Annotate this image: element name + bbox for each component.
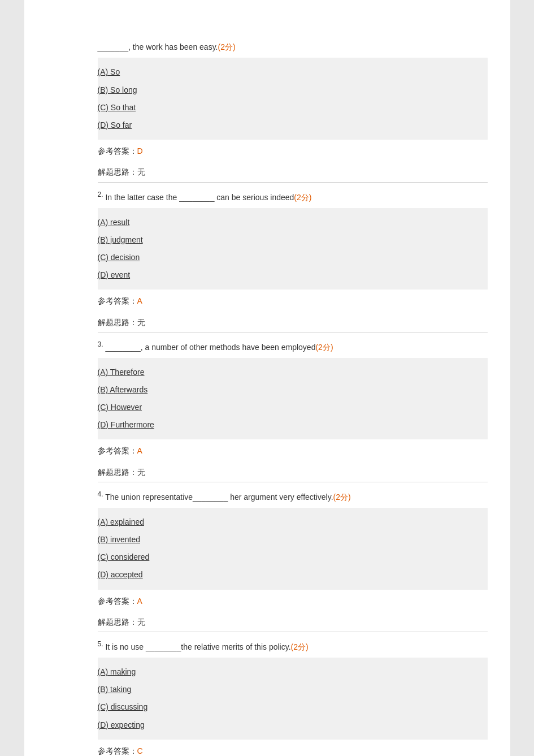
answer-value-1: D [137,146,143,155]
option-2-a[interactable]: (A) result [98,214,488,231]
option-3-a[interactable]: (A) Therefore [98,364,488,381]
answer-label-5: 参考答案： [98,746,137,755]
question-4-answer: 参考答案：A [98,590,488,611]
answer-label-3: 参考答案： [98,446,137,455]
solution-value-2: 无 [137,318,145,327]
answer-value-5: C [137,746,143,755]
question-4-solution: 解题思路：无 [98,611,488,632]
answer-value-3: A [137,446,142,455]
question-2-solution: 解题思路：无 [98,311,488,332]
option-4-a[interactable]: (A) explained [98,513,488,531]
answer-label-4: 参考答案： [98,597,137,606]
question-5-answer: 参考答案：C [98,740,488,756]
question-4-number: 4. [98,490,103,498]
question-2-options: (A) result (B) judgment (C) decision (D)… [98,208,488,290]
question-2-text: 2. In the latter case the ________ can b… [98,183,488,208]
question-3-number: 3. [98,340,103,348]
question-1-text: _______, the work has been easy.(2分) [98,34,488,58]
answer-value-2: A [137,296,142,305]
answer-label-1: 参考答案： [98,146,137,155]
solution-value-4: 无 [137,617,145,627]
question-1-solution: 解题思路：无 [98,161,488,182]
question-5-number: 5. [98,640,103,648]
main-page: _______, the work has been easy.(2分) (A)… [24,0,510,756]
answer-label-2: 参考答案： [98,296,137,305]
option-2-c[interactable]: (C) decision [98,249,488,266]
question-3-text: 3. ________, a number of other methods h… [98,332,488,358]
option-4-d[interactable]: (D) accepted [98,566,488,584]
question-4-text: 4. The union representative________ her … [98,482,488,508]
solution-value-1: 无 [137,167,145,176]
option-3-c[interactable]: (C) However [98,399,488,416]
question-2: 2. In the latter case the ________ can b… [98,183,488,332]
question-5-options: (A) making (B) taking (C) discussing (D)… [98,658,488,740]
option-2-d[interactable]: (D) event [98,266,488,284]
question-1-score: (2分) [218,42,236,51]
solution-label-3: 解题思路： [98,468,137,477]
question-3-options: (A) Therefore (B) Afterwards (C) However… [98,358,488,440]
solution-label-1: 解题思路： [98,167,137,176]
question-3: 3. ________, a number of other methods h… [98,332,488,482]
option-1-d[interactable]: (D) So far [98,116,488,134]
option-4-b[interactable]: (B) invented [98,531,488,548]
option-3-b[interactable]: (B) Afterwards [98,381,488,399]
question-1-answer: 参考答案：D [98,140,488,161]
option-5-d[interactable]: (D) expecting [98,716,488,734]
option-1-b[interactable]: (B) So long [98,81,488,99]
option-3-d[interactable]: (D) Furthermore [98,416,488,434]
question-3-solution: 解题思路：无 [98,461,488,482]
option-4-c[interactable]: (C) considered [98,548,488,566]
question-2-score: (2分) [294,192,311,201]
question-3-score: (2分) [315,342,333,351]
answer-value-4: A [137,597,142,606]
option-5-c[interactable]: (C) discussing [98,698,488,716]
question-3-answer: 参考答案：A [98,439,488,460]
option-5-b[interactable]: (B) taking [98,681,488,698]
question-5: 5. It is no use ________the relative mer… [98,632,488,756]
option-5-a[interactable]: (A) making [98,663,488,681]
solution-label-2: 解题思路： [98,318,137,327]
option-2-b[interactable]: (B) judgment [98,231,488,249]
question-4-options: (A) explained (B) invented (C) considere… [98,508,488,590]
question-5-score: (2分) [291,642,309,651]
option-1-c[interactable]: (C) So that [98,99,488,116]
solution-value-3: 无 [137,468,145,477]
question-1-options: (A) So (B) So long (C) So that (D) So fa… [98,58,488,140]
question-5-text: 5. It is no use ________the relative mer… [98,632,488,658]
question-2-answer: 参考答案：A [98,290,488,310]
question-2-number: 2. [98,191,103,198]
question-4-score: (2分) [333,493,351,502]
option-1-a[interactable]: (A) So [98,63,488,81]
question-1: _______, the work has been easy.(2分) (A)… [98,34,488,182]
solution-label-4: 解题思路： [98,617,137,627]
question-4: 4. The union representative________ her … [98,482,488,632]
